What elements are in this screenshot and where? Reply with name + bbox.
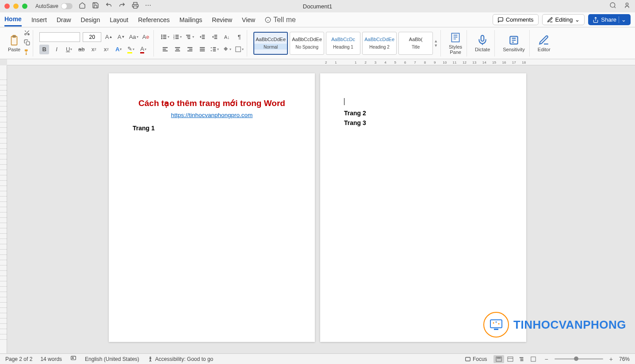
justify-icon[interactable] [197,45,207,54]
editing-button[interactable]: Editing ⌄ [542,14,585,25]
underline-button[interactable]: U▾ [64,45,74,54]
home-icon[interactable] [79,2,86,11]
cut-icon[interactable] [24,30,30,38]
language[interactable]: English (United States) [85,356,139,362]
autosave-toggle[interactable]: AutoSave [35,3,73,9]
comments-button[interactable]: Comments [493,14,539,25]
bullets-icon[interactable]: ▾ [160,32,170,42]
zoom-in-icon[interactable]: + [609,356,613,363]
style-preview: AaBbCcDdEe [292,37,322,42]
strike-button[interactable]: ab [77,45,86,54]
styles-pane-button[interactable]: Styles Pane [447,31,464,56]
doc-link[interactable]: https://tinhocvanphongpro.com [133,112,291,118]
style-heading-2[interactable]: AaBbCcDdEeHeading 2 [362,32,397,55]
increase-font-icon[interactable]: A▲ [104,32,114,42]
ruler-tick: 2 [321,61,331,64]
svg-rect-11 [163,37,167,38]
editor-button[interactable]: Editor [536,34,552,53]
toggle-icon[interactable] [61,3,73,9]
more-icon[interactable]: ⋯ [145,2,151,11]
zoom-slider[interactable] [555,358,603,360]
page-2[interactable]: Trang 2 Trang 3 [320,73,526,342]
style-normal[interactable]: AaBbCcDdEeNormal [253,32,288,55]
word-count[interactable]: 14 words [40,356,62,362]
style-no-spacing[interactable]: AaBbCcDdEeNo Spacing [290,32,324,55]
horizontal-ruler[interactable]: 21123456789101112131415161718 [7,59,635,65]
accessibility-status[interactable]: Accessibility: Good to go [147,356,213,362]
borders-icon[interactable]: ▾ [234,45,244,54]
text-effects-icon[interactable]: A▾ [114,45,123,54]
account-icon[interactable] [624,2,631,11]
copy-icon[interactable] [24,39,30,47]
spellcheck-icon[interactable] [70,355,77,363]
font-name-input[interactable] [39,32,80,42]
paste-button[interactable]: Paste [6,34,22,53]
line-spacing-icon[interactable]: ▾ [210,45,219,54]
align-left-icon[interactable] [160,45,170,54]
bold-button[interactable]: B [39,45,49,54]
superscript-button[interactable]: x2 [101,45,111,54]
tab-insert[interactable]: Insert [31,14,47,26]
save-icon[interactable] [92,2,99,11]
numbering-icon[interactable]: 123▾ [172,32,182,42]
page-count[interactable]: Page 2 of 2 [5,356,32,362]
align-center-icon[interactable] [172,45,182,54]
shading-icon[interactable]: ▾ [222,45,232,54]
subscript-button[interactable]: x2 [89,45,99,54]
tell-me[interactable]: Tell me [265,16,296,24]
tab-review[interactable]: Review [212,14,232,26]
share-button[interactable]: Share ⌄ [588,14,631,25]
draft-icon[interactable] [528,355,539,363]
tab-draw[interactable]: Draw [57,14,71,26]
decrease-font-icon[interactable]: A▼ [116,32,126,42]
close-window-icon[interactable] [4,4,10,9]
scroll-up-icon[interactable]: ▲ [434,39,438,43]
tab-design[interactable]: Design [81,14,100,26]
print-layout-icon[interactable] [493,355,504,363]
tab-view[interactable]: View [242,14,255,26]
change-case-icon[interactable]: Aa▾ [129,32,138,42]
dictate-button[interactable]: Dictate [473,34,492,53]
print-icon[interactable] [132,2,139,11]
font-color-icon[interactable]: A▾ [138,45,148,54]
pilcrow-icon[interactable]: ¶ [234,32,244,42]
clipboard-group: Paste [4,30,33,57]
tab-mailings[interactable]: Mailings [180,14,202,26]
zoom-out-icon[interactable]: − [545,356,548,363]
multilevel-icon[interactable]: ▾ [185,32,195,42]
style-heading-1[interactable]: AaBbCcDcHeading 1 [326,32,360,55]
format-painter-icon[interactable] [24,49,30,57]
page-1[interactable]: Cách tạo thêm trang mới trong Word https… [109,73,315,342]
zoom-percent[interactable]: 76% [619,356,630,362]
style-preview: AaBbCcDc [331,37,355,42]
maximize-window-icon[interactable] [22,4,27,9]
style-title[interactable]: AaBb(Title [398,32,433,55]
ruler-tick: 12 [459,61,469,64]
dictate-label: Dictate [475,47,490,52]
focus-mode[interactable]: Focus [465,356,487,362]
minimize-window-icon[interactable] [13,4,19,9]
clear-format-icon[interactable]: A⊘ [141,32,151,42]
indent-increase-icon[interactable] [210,32,219,42]
styles-group: AaBbCcDdEeNormalAaBbCcDdEeNo SpacingAaBb… [251,30,441,57]
svg-text:3: 3 [173,38,175,40]
tab-home[interactable]: Home [4,13,22,27]
indent-decrease-icon[interactable] [197,32,207,42]
sensitivity-button[interactable]: Sensitivity [501,34,527,53]
undo-icon[interactable] [105,2,112,11]
web-layout-icon[interactable] [505,355,516,363]
scroll-down-icon[interactable]: ▼ [434,43,438,48]
outline-icon[interactable] [516,355,527,363]
redo-icon[interactable] [119,2,126,11]
font-size-input[interactable] [83,32,101,42]
ribbon: Paste A▲ A▼ Aa▾ A⊘ B I U▾ ab x2 x [0,27,635,59]
search-icon[interactable] [609,2,616,11]
font-group: A▲ A▼ Aa▾ A⊘ B I U▾ ab x2 x2 A▾ ✎▾ A▾ [37,30,154,57]
align-right-icon[interactable] [185,45,195,54]
sort-icon[interactable]: A↓ [222,32,232,42]
tab-layout[interactable]: Layout [110,14,128,26]
tab-references[interactable]: References [138,14,170,26]
italic-button[interactable]: I [52,45,61,54]
svg-rect-21 [187,37,191,38]
highlight-icon[interactable]: ✎▾ [126,45,136,54]
